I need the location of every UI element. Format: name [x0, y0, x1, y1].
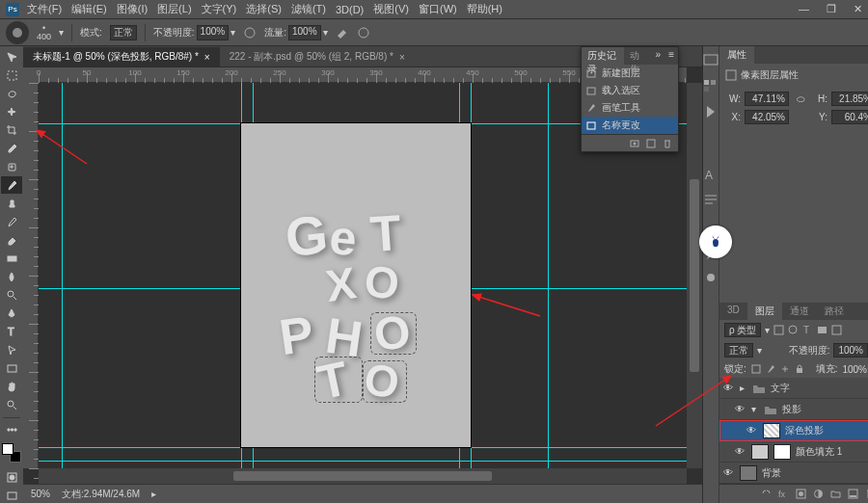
- lock-trans-icon[interactable]: [751, 364, 761, 374]
- width-field[interactable]: 47.11%: [745, 92, 789, 106]
- eye-icon[interactable]: 👁: [723, 383, 735, 393]
- tab-properties[interactable]: 属性: [719, 46, 754, 64]
- brush-size-field[interactable]: •400: [37, 24, 51, 41]
- brush-preview-icon[interactable]: [6, 21, 29, 44]
- menu-image[interactable]: 图像(I): [117, 2, 148, 16]
- fx-icon[interactable]: fx: [778, 489, 789, 499]
- adjustment-icon[interactable]: [813, 489, 824, 499]
- filter-kind-dropdown[interactable]: ρ 类型: [724, 323, 761, 337]
- eye-icon[interactable]: 👁: [735, 404, 746, 414]
- link-layers-icon[interactable]: [761, 489, 772, 499]
- close-icon[interactable]: ×: [204, 52, 210, 63]
- doc-tab-2[interactable]: 222 - 副本.psd @ 50% (组 2, RGB/8) *×: [220, 47, 415, 66]
- shape-tool[interactable]: [1, 359, 22, 377]
- vertical-ruler[interactable]: [23, 83, 39, 468]
- crop-tool[interactable]: [1, 121, 22, 139]
- menu-view[interactable]: 视图(V): [373, 2, 409, 16]
- pen-tool[interactable]: [1, 304, 22, 322]
- trash-icon[interactable]: [663, 139, 672, 148]
- tab-paths[interactable]: 路径: [817, 303, 852, 320]
- menu-window[interactable]: 窗口(W): [419, 2, 457, 16]
- close-icon[interactable]: ×: [399, 52, 405, 63]
- zoom-level[interactable]: 50%: [31, 489, 50, 499]
- color-swatch[interactable]: [2, 443, 21, 463]
- color-panel-icon[interactable]: [703, 54, 719, 69]
- doc-tab-1[interactable]: 未标题-1 @ 50% (深色投影, RGB/8#) *×: [23, 47, 220, 66]
- stamp-tool[interactable]: [1, 195, 22, 212]
- filter-pixel-icon[interactable]: [773, 325, 784, 335]
- new-layer-icon[interactable]: [848, 489, 858, 499]
- quickmask-tool[interactable]: [1, 468, 22, 486]
- history-panel[interactable]: 历史记录 动作 » ≡ 新建图层 载入选区 画笔工具 名称更改: [581, 46, 679, 152]
- hand-tool[interactable]: [1, 378, 22, 395]
- eye-icon[interactable]: 👁: [723, 467, 735, 478]
- snapshot-icon[interactable]: [630, 139, 639, 148]
- window-minimize[interactable]: —: [799, 3, 809, 15]
- menu-type[interactable]: 文字(Y): [202, 2, 237, 16]
- group-icon[interactable]: [830, 489, 841, 499]
- screenmode-tool[interactable]: [1, 487, 22, 503]
- menu-select[interactable]: 选择(S): [246, 2, 282, 16]
- menu-file[interactable]: 文件(F): [27, 2, 62, 16]
- collapse-icon[interactable]: »: [652, 47, 665, 65]
- filter-smart-icon[interactable]: [831, 325, 842, 335]
- marquee-tool[interactable]: [1, 66, 22, 84]
- filter-shape-icon[interactable]: [817, 325, 827, 335]
- flow-field[interactable]: 100%: [288, 25, 321, 40]
- lock-pos-icon[interactable]: [780, 364, 790, 374]
- menu-edit[interactable]: 编辑(E): [71, 2, 107, 16]
- filter-type-icon[interactable]: T: [802, 325, 813, 335]
- mask-icon[interactable]: [796, 489, 806, 499]
- tab-history[interactable]: 历史记录: [582, 47, 624, 65]
- menu-layer[interactable]: 图层(L): [157, 2, 191, 16]
- blend-mode-dropdown[interactable]: 正常: [110, 25, 137, 40]
- panel-menu-icon[interactable]: ≡: [665, 47, 678, 65]
- eye-icon[interactable]: 👁: [735, 446, 746, 457]
- horizontal-scrollbar[interactable]: [39, 468, 687, 484]
- layer-opacity-field[interactable]: 100%: [833, 343, 868, 357]
- layer-fill-field[interactable]: 100%: [842, 364, 867, 375]
- type-tool[interactable]: T: [1, 323, 22, 340]
- layer-row[interactable]: 👁颜色填充 1: [719, 441, 868, 463]
- lock-paint-icon[interactable]: [766, 364, 775, 374]
- dodge-tool[interactable]: [1, 286, 22, 304]
- brush-tool[interactable]: [1, 176, 22, 194]
- layer-row-selected[interactable]: 👁深色投影: [719, 420, 868, 441]
- tab-actions[interactable]: 动作: [624, 47, 651, 65]
- history-item[interactable]: 新建图层: [582, 65, 678, 82]
- layer-row[interactable]: 👁▸文字: [719, 378, 868, 399]
- healing-tool[interactable]: [1, 158, 22, 175]
- paragraph-panel-icon[interactable]: [703, 193, 719, 208]
- new-state-icon[interactable]: [646, 139, 656, 148]
- wand-tool[interactable]: [1, 103, 22, 120]
- tab-channels[interactable]: 通道: [782, 303, 817, 320]
- history-item[interactable]: 载入选区: [582, 82, 678, 99]
- play-icon[interactable]: [703, 104, 719, 119]
- eye-icon[interactable]: 👁: [746, 425, 758, 436]
- swatches-panel-icon[interactable]: [703, 79, 719, 94]
- window-close[interactable]: ✕: [854, 3, 862, 15]
- blur-tool[interactable]: [1, 268, 22, 285]
- tab-layers[interactable]: 图层: [747, 303, 782, 320]
- window-restore[interactable]: ❐: [827, 3, 836, 15]
- y-field[interactable]: 60.4%: [831, 110, 868, 124]
- history-brush-tool[interactable]: [1, 213, 22, 230]
- history-item[interactable]: 画笔工具: [582, 99, 678, 117]
- pressure-opacity-icon[interactable]: [243, 26, 257, 40]
- eraser-tool[interactable]: [1, 231, 22, 249]
- vertical-scrollbar[interactable]: [687, 83, 702, 468]
- x-field[interactable]: 42.05%: [745, 110, 789, 124]
- layer-row[interactable]: 👁背景: [719, 463, 868, 484]
- edit-toolbar[interactable]: [1, 421, 22, 438]
- lock-all-icon[interactable]: [795, 364, 804, 374]
- menu-3d[interactable]: 3D(D): [336, 4, 364, 15]
- link-wh-icon[interactable]: ⬭: [793, 93, 808, 105]
- history-item[interactable]: 名称更改: [582, 117, 678, 134]
- zoom-tool[interactable]: [1, 396, 22, 413]
- tab-3d[interactable]: 3D: [719, 303, 747, 320]
- layer-row[interactable]: 👁▾投影: [719, 399, 868, 420]
- airbrush-icon[interactable]: [336, 26, 349, 40]
- move-tool[interactable]: [1, 48, 22, 66]
- eyedropper-tool[interactable]: [1, 140, 22, 157]
- doc-info[interactable]: 文档:2.94M/24.6M: [62, 488, 140, 501]
